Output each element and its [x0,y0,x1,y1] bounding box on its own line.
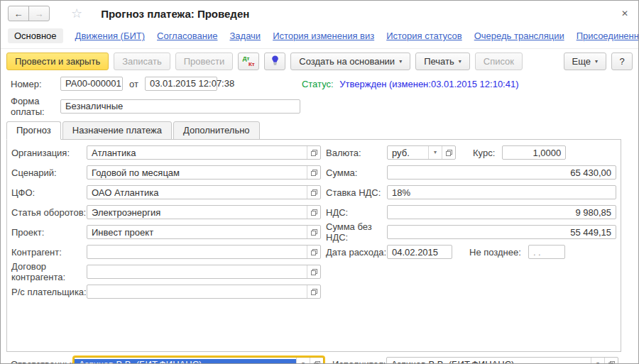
turnover-item-label: Статья оборотов: [11,207,87,218]
choose-icon[interactable] [307,226,320,238]
amount-value: 65 430,00 [388,167,616,178]
currency-value: руб. [388,148,428,158]
save-button[interactable]: Записать [114,53,170,70]
nav-item-attached-files[interactable]: Присоединенные файлы [577,31,639,41]
nav-item-tasks[interactable]: Задачи [229,31,261,41]
chevron-down-icon: ▾ [595,59,598,65]
vat-rate-label: Ставка НДС: [326,187,387,198]
choose-icon[interactable] [442,146,455,159]
forward-button[interactable]: → [28,6,50,21]
tab-forecast[interactable]: Прогноз [6,121,61,140]
cfo-label: ЦФО: [11,187,87,198]
back-button[interactable]: ← [8,6,29,21]
left-column: Организация: Атлантика Сценарий: Годовой… [11,143,321,348]
favorite-star-icon[interactable]: ☆ [71,7,82,20]
organization-value: Атлантика [87,148,307,158]
number-input[interactable]: РА00-000001 [60,77,123,91]
field-row-turnover-item: Статья оборотов: Электроэнергия [11,202,321,222]
rate-value: 1,0000 [503,148,565,158]
choose-icon[interactable] [307,146,320,159]
vat-input[interactable]: 9 980,85 [387,205,616,219]
post-button[interactable]: Провести [175,53,234,70]
explain-button[interactable] [264,53,285,70]
contract-label: Договор контрагента: [11,261,87,282]
expense-date-input[interactable]: 04.02.2015 [387,245,452,259]
forecast-tab-panel: Организация: Атлантика Сценарий: Годовой… [6,139,621,352]
project-input[interactable]: Инвест проект [87,225,321,239]
payment-form-input[interactable]: Безналичные [60,99,300,114]
choose-icon[interactable] [307,206,320,219]
dropdown-icon[interactable]: ▾ [296,358,310,364]
turnover-item-value: Электроэнергия [87,207,307,218]
choose-icon[interactable] [310,358,323,364]
vat-rate-input[interactable]: 18% [387,185,616,199]
vat-value: 9 980,85 [388,207,616,218]
nav-item-status-history[interactable]: История статусов [386,31,462,41]
close-icon[interactable]: ✕ [621,9,628,18]
choose-icon[interactable] [307,166,320,179]
choose-icon[interactable] [604,358,618,364]
more-button[interactable]: Еще ▾ [564,53,606,70]
page-title: Прогноз платежа: Проведен [101,8,249,20]
expense-date-label: Дата расхода: [326,247,387,258]
field-row-organization: Организация: Атлантика [11,143,321,162]
chevron-down-icon: ▾ [399,59,402,65]
status-label: Статус: [302,79,334,89]
field-row-vat-rate: Ставка НДС: 18% [326,182,616,202]
rate-input[interactable]: 1,0000 [502,145,566,160]
cfo-input[interactable]: ОАО Атлантика [87,185,321,199]
print-label: Печать [424,56,454,67]
field-row-expense-date: Дата расхода: 04.02.2015 Не позднее: . . [326,242,616,262]
nav-item-translation-queue[interactable]: Очередь трансляции [474,31,564,41]
rate-label: Курс: [473,148,495,158]
not-later-label: Не позднее: [469,247,521,258]
choose-icon[interactable] [307,186,320,199]
contract-input[interactable] [87,265,321,279]
debit-credit-button[interactable]: Дт Кт [238,53,259,70]
lightbulb-icon [271,55,279,67]
datetime-input[interactable]: 03.01.2015 12:07:38 [145,77,217,91]
status-line: Статус: Утвержден (изменен:03.01.2015 12… [302,79,519,89]
nav-item-main[interactable]: Основное [8,28,63,43]
nav-item-visa-history[interactable]: История изменения виз [273,31,374,41]
not-later-input[interactable]: . . [528,245,565,259]
list-button[interactable]: Список [475,53,523,70]
create-based-on-button[interactable]: Создать на основании ▾ [290,53,410,70]
responsible-value: Агличев В.В. (БИТ.ФИНАНС) [75,359,296,364]
nav-item-movements[interactable]: Движения (БИТ) [75,31,145,41]
scenario-value: Годовой по месяцам [87,167,307,178]
dropdown-icon[interactable]: ▾ [591,358,604,364]
post-and-close-button[interactable]: Провести и закрыть [6,53,109,70]
choose-icon[interactable] [307,265,320,278]
field-row-cfo: ЦФО: ОАО Атлантика [11,182,321,202]
amount-input[interactable]: 65 430,00 [387,165,616,180]
payment-form-row: Форма оплаты: Безналичные [1,96,638,117]
tab-additional[interactable]: Дополнительно [173,121,260,140]
responsible-input[interactable]: Агличев В.В. (БИТ.ФИНАНС) ▾ [74,357,324,364]
number-label: Номер: [11,79,60,89]
help-button[interactable]: ? [611,53,633,70]
field-row-currency: Валюта: руб. ▾ Курс: 1,0000 [326,143,616,162]
amount-no-vat-input[interactable]: 55 449,15 [387,225,616,239]
right-column: Валюта: руб. ▾ Курс: 1,0000 Сумма: 65 43… [326,143,616,348]
field-row-project: Проект: Инвест проект [11,222,321,242]
organization-input[interactable]: Атлантика [87,145,321,160]
turnover-item-input[interactable]: Электроэнергия [87,205,321,219]
scenario-input[interactable]: Годовой по месяцам [87,165,321,180]
create-based-on-label: Создать на основании [299,56,395,67]
dropdown-icon[interactable]: ▾ [428,146,442,159]
field-row-vat: НДС: 9 980,85 [326,202,616,222]
executor-input[interactable]: Агличев В.В. (БИТ.ФИНАНС) ▾ [386,357,618,364]
currency-input[interactable]: руб. ▾ [387,145,456,160]
payer-account-input[interactable] [87,285,321,299]
counterparty-input[interactable] [87,245,321,259]
responsible-label: Ответственный: [11,359,74,364]
not-later-value: . . [529,247,564,258]
print-button[interactable]: Печать ▾ [415,53,470,70]
chevron-down-icon: ▾ [459,59,462,65]
nav-item-approval[interactable]: Согласование [157,31,217,41]
choose-icon[interactable] [307,285,320,298]
tab-payment-purpose[interactable]: Назначение платежа [62,121,172,140]
executor-label: Исполнитель: [332,359,386,364]
choose-icon[interactable] [307,246,320,258]
